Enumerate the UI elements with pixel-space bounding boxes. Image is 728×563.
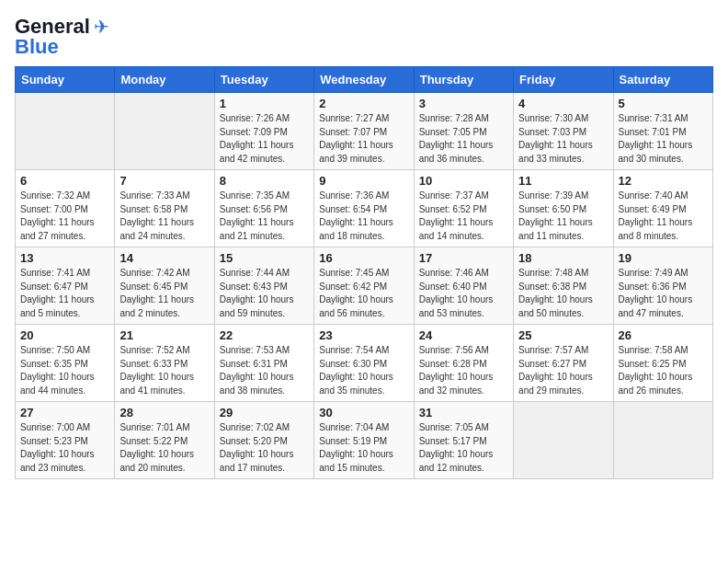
calendar-cell (115, 93, 214, 170)
calendar-cell: 16Sunrise: 7:45 AM Sunset: 6:42 PM Dayli… (314, 247, 414, 325)
logo: General ✈ Blue (15, 15, 109, 59)
header-tuesday: Tuesday (214, 67, 313, 93)
header-saturday: Saturday (613, 67, 712, 93)
day-number: 1 (220, 97, 309, 110)
header-sunday: Sunday (16, 67, 115, 93)
day-number: 20 (20, 328, 109, 342)
calendar-cell: 30Sunrise: 7:04 AM Sunset: 5:19 PM Dayli… (314, 402, 414, 479)
day-info: Sunrise: 7:05 AM Sunset: 5:17 PM Dayligh… (419, 421, 508, 475)
day-number: 30 (319, 406, 408, 419)
calendar-cell: 14Sunrise: 7:42 AM Sunset: 6:45 PM Dayli… (115, 247, 214, 325)
day-number: 23 (319, 328, 408, 342)
day-info: Sunrise: 7:58 AM Sunset: 6:25 PM Dayligh… (619, 344, 708, 397)
header-thursday: Thursday (414, 67, 513, 93)
day-info: Sunrise: 7:35 AM Sunset: 6:56 PM Dayligh… (220, 190, 309, 243)
week-row-1: 6Sunrise: 7:32 AM Sunset: 7:00 PM Daylig… (16, 170, 713, 247)
calendar-cell: 12Sunrise: 7:40 AM Sunset: 6:49 PM Dayli… (613, 170, 712, 247)
day-number: 3 (419, 97, 508, 110)
day-info: Sunrise: 7:39 AM Sunset: 6:50 PM Dayligh… (518, 190, 608, 243)
day-info: Sunrise: 7:00 AM Sunset: 5:23 PM Dayligh… (20, 421, 109, 475)
calendar-cell: 15Sunrise: 7:44 AM Sunset: 6:43 PM Dayli… (214, 247, 313, 325)
day-number: 5 (619, 97, 708, 110)
calendar-cell: 31Sunrise: 7:05 AM Sunset: 5:17 PM Dayli… (414, 402, 513, 479)
calendar-cell: 26Sunrise: 7:58 AM Sunset: 6:25 PM Dayli… (613, 325, 712, 402)
day-info: Sunrise: 7:41 AM Sunset: 6:47 PM Dayligh… (20, 267, 109, 320)
calendar-cell: 11Sunrise: 7:39 AM Sunset: 6:50 PM Dayli… (514, 170, 613, 247)
day-info: Sunrise: 7:52 AM Sunset: 6:33 PM Dayligh… (119, 344, 209, 397)
day-info: Sunrise: 7:50 AM Sunset: 6:35 PM Dayligh… (20, 344, 109, 397)
day-info: Sunrise: 7:27 AM Sunset: 7:07 PM Dayligh… (319, 112, 408, 166)
day-number: 2 (319, 97, 408, 110)
day-info: Sunrise: 7:36 AM Sunset: 6:54 PM Dayligh… (319, 190, 408, 243)
day-number: 9 (319, 174, 408, 188)
day-info: Sunrise: 7:02 AM Sunset: 5:20 PM Dayligh… (220, 421, 309, 475)
logo-blue: Blue (15, 35, 59, 59)
day-number: 28 (119, 406, 209, 419)
day-info: Sunrise: 7:56 AM Sunset: 6:28 PM Dayligh… (419, 344, 508, 397)
calendar-cell: 7Sunrise: 7:33 AM Sunset: 6:58 PM Daylig… (115, 170, 214, 247)
calendar-cell: 25Sunrise: 7:57 AM Sunset: 6:27 PM Dayli… (514, 325, 613, 402)
header-monday: Monday (115, 67, 214, 93)
day-number: 26 (619, 328, 708, 342)
day-number: 21 (119, 328, 209, 342)
calendar-cell: 22Sunrise: 7:53 AM Sunset: 6:31 PM Dayli… (214, 325, 313, 402)
calendar-cell: 21Sunrise: 7:52 AM Sunset: 6:33 PM Dayli… (115, 325, 214, 402)
day-info: Sunrise: 7:40 AM Sunset: 6:49 PM Dayligh… (619, 190, 708, 243)
calendar-cell: 28Sunrise: 7:01 AM Sunset: 5:22 PM Dayli… (115, 402, 214, 479)
page-header: General ✈ Blue (15, 15, 713, 59)
calendar-cell: 19Sunrise: 7:49 AM Sunset: 6:36 PM Dayli… (613, 247, 712, 325)
day-info: Sunrise: 7:28 AM Sunset: 7:05 PM Dayligh… (419, 112, 508, 166)
calendar-cell: 18Sunrise: 7:48 AM Sunset: 6:38 PM Dayli… (514, 247, 613, 325)
day-number: 31 (419, 406, 508, 419)
calendar-cell: 29Sunrise: 7:02 AM Sunset: 5:20 PM Dayli… (214, 402, 313, 479)
day-number: 4 (518, 97, 608, 110)
day-number: 18 (518, 251, 608, 265)
day-info: Sunrise: 7:26 AM Sunset: 7:09 PM Dayligh… (220, 112, 309, 166)
calendar-cell: 4Sunrise: 7:30 AM Sunset: 7:03 PM Daylig… (514, 93, 613, 170)
logo-bird-icon: ✈ (94, 16, 109, 38)
calendar-cell (16, 93, 115, 170)
day-number: 24 (419, 328, 508, 342)
calendar-cell: 2Sunrise: 7:27 AM Sunset: 7:07 PM Daylig… (314, 93, 414, 170)
calendar-cell: 23Sunrise: 7:54 AM Sunset: 6:30 PM Dayli… (314, 325, 414, 402)
day-info: Sunrise: 7:45 AM Sunset: 6:42 PM Dayligh… (319, 267, 408, 320)
calendar-cell: 17Sunrise: 7:46 AM Sunset: 6:40 PM Dayli… (414, 247, 513, 325)
day-number: 7 (119, 174, 209, 188)
calendar-cell: 13Sunrise: 7:41 AM Sunset: 6:47 PM Dayli… (16, 247, 115, 325)
day-info: Sunrise: 7:46 AM Sunset: 6:40 PM Dayligh… (419, 267, 508, 320)
day-number: 19 (619, 251, 708, 265)
day-info: Sunrise: 7:01 AM Sunset: 5:22 PM Dayligh… (119, 421, 209, 475)
calendar-cell: 8Sunrise: 7:35 AM Sunset: 6:56 PM Daylig… (214, 170, 313, 247)
day-info: Sunrise: 7:32 AM Sunset: 7:00 PM Dayligh… (20, 190, 109, 243)
day-number: 11 (518, 174, 608, 188)
calendar-cell: 6Sunrise: 7:32 AM Sunset: 7:00 PM Daylig… (16, 170, 115, 247)
day-number: 8 (220, 174, 309, 188)
day-info: Sunrise: 7:53 AM Sunset: 6:31 PM Dayligh… (220, 344, 309, 397)
day-number: 10 (419, 174, 508, 188)
day-number: 25 (518, 328, 608, 342)
week-row-3: 20Sunrise: 7:50 AM Sunset: 6:35 PM Dayli… (16, 325, 713, 402)
header-row: SundayMondayTuesdayWednesdayThursdayFrid… (16, 67, 713, 93)
day-info: Sunrise: 7:33 AM Sunset: 6:58 PM Dayligh… (119, 190, 209, 243)
day-number: 29 (220, 406, 309, 419)
day-number: 27 (20, 406, 109, 419)
day-number: 15 (220, 251, 309, 265)
header-wednesday: Wednesday (314, 67, 414, 93)
calendar-cell: 3Sunrise: 7:28 AM Sunset: 7:05 PM Daylig… (414, 93, 513, 170)
week-row-4: 27Sunrise: 7:00 AM Sunset: 5:23 PM Dayli… (16, 402, 713, 479)
day-info: Sunrise: 7:30 AM Sunset: 7:03 PM Dayligh… (518, 112, 608, 166)
day-info: Sunrise: 7:49 AM Sunset: 6:36 PM Dayligh… (619, 267, 708, 320)
calendar-cell (514, 402, 613, 479)
day-number: 13 (20, 251, 109, 265)
day-number: 6 (20, 174, 109, 188)
calendar-cell: 10Sunrise: 7:37 AM Sunset: 6:52 PM Dayli… (414, 170, 513, 247)
day-number: 14 (119, 251, 209, 265)
calendar-cell (613, 402, 712, 479)
header-friday: Friday (514, 67, 613, 93)
day-info: Sunrise: 7:48 AM Sunset: 6:38 PM Dayligh… (518, 267, 608, 320)
day-number: 22 (220, 328, 309, 342)
day-info: Sunrise: 7:37 AM Sunset: 6:52 PM Dayligh… (419, 190, 508, 243)
day-info: Sunrise: 7:54 AM Sunset: 6:30 PM Dayligh… (319, 344, 408, 397)
day-number: 16 (319, 251, 408, 265)
day-info: Sunrise: 7:44 AM Sunset: 6:43 PM Dayligh… (220, 267, 309, 320)
